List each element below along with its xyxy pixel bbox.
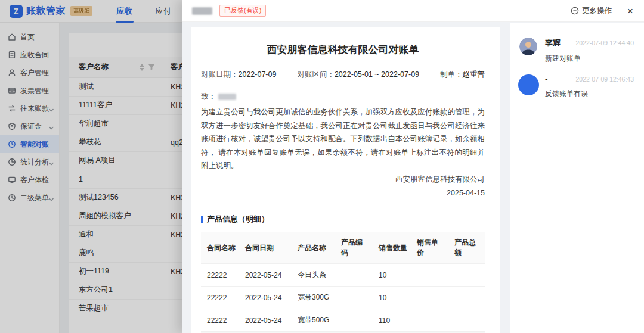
column-label: 销售数量 <box>373 232 411 264</box>
close-icon[interactable]: × <box>627 6 633 16</box>
more-actions-button[interactable]: 更多操作 <box>571 6 612 16</box>
more-actions-label: 更多操作 <box>582 6 612 16</box>
redacted-document-title <box>192 7 212 15</box>
signature-date: 2025-04-15 <box>201 186 485 201</box>
drawer-header: 已反馈(有误) 更多操作 × <box>182 0 644 22</box>
statement-date: 2022-07-09 <box>239 70 277 79</box>
timeline-timestamp: 2022-07-09 12:44:40 <box>576 39 634 46</box>
column-label: 产品总额 <box>448 232 485 264</box>
product-row: 222222022-05-24 宽带500G 110 <box>201 309 485 332</box>
timeline-user: - <box>545 74 547 83</box>
minus-circle-icon <box>571 7 579 15</box>
status-badge: 已反馈(有误) <box>219 5 266 16</box>
blue-dot-avatar <box>518 74 539 95</box>
timeline-item: 李辉 2022-07-09 12:44:40 新建对账单 <box>519 38 634 73</box>
timeline-action: 新建对账单 <box>545 54 634 64</box>
product-table: 合同名称 合同日期 产品名称 产品编码 销售数量 销售单价 产品总额 22222… <box>201 232 485 332</box>
statement-meta: 对账日期：2022-07-09 对账区间：2022-05-01 ~ 2022-0… <box>201 70 485 80</box>
drawer-body: 西安朋客信息科技有限公司对账单 对账日期：2022-07-09 对账区间：202… <box>182 23 644 333</box>
statement-range: 2022-05-01 ~ 2022-07-09 <box>335 70 419 79</box>
avatar <box>519 38 537 55</box>
statement-document: 西安朋客信息科技有限公司对账单 对账日期：2022-07-09 对账区间：202… <box>191 27 500 333</box>
product-row: 222222022-05-24 今日头条 10 <box>201 264 485 287</box>
timeline-timestamp: 2022-07-09 12:46:43 <box>576 76 634 83</box>
statement-maker: 赵重普 <box>463 70 485 79</box>
timeline-item: - 2022-07-09 12:46:43 反馈账单有误 <box>519 74 634 108</box>
reconciliation-drawer: 已反馈(有误) 更多操作 × 西安朋客信息科技有限公司对账单 对账日期：2022… <box>182 0 644 333</box>
timeline-user: 李辉 <box>545 38 561 48</box>
statement-body: 为建立贵公司与我公司更加诚信的业务伙伴关系，加强双方应收及应付账款的管理，为双方… <box>201 105 485 173</box>
section-accent-bar <box>201 216 203 223</box>
redacted-recipient <box>218 94 236 100</box>
statement-title: 西安朋客信息科技有限公司对账单 <box>201 43 485 57</box>
column-label: 产品编码 <box>335 232 373 264</box>
activity-timeline: 李辉 2022-07-09 12:44:40 新建对账单 - 2022-07-0… <box>510 23 644 333</box>
column-label: 销售单价 <box>411 232 448 264</box>
signature-company: 西安朋客信息科技有限公司 <box>201 173 485 187</box>
timeline-connector <box>528 57 528 74</box>
salutation-line: 致： <box>201 92 485 102</box>
column-label: 合同日期 <box>239 232 292 264</box>
column-label: 产品名称 <box>292 232 335 264</box>
product-section-title: 产品信息（明细） <box>201 214 485 225</box>
column-label: 合同名称 <box>201 232 239 264</box>
product-row: 222222022-05-24 宽带300G 10 <box>201 287 485 309</box>
timeline-action: 反馈账单有误 <box>545 89 634 99</box>
